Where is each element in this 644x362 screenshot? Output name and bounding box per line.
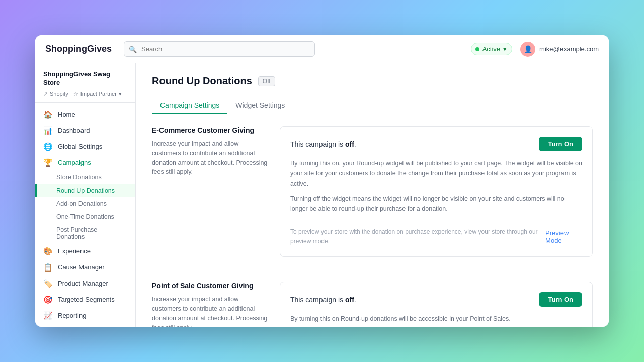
ecommerce-turn-on-button[interactable]: Turn On	[539, 137, 582, 151]
pos-status-bold: off	[345, 296, 354, 304]
ecommerce-section: E-Commerce Customer Giving Increase your…	[152, 126, 593, 257]
sidebar-item-round-up-donations[interactable]: Round Up Donations	[35, 184, 135, 197]
tab-widget-settings[interactable]: Widget Settings	[227, 97, 293, 114]
ecommerce-card-footer: To preview your store with the donation …	[290, 220, 582, 246]
ecommerce-card-header: This campaign is off. Turn On	[290, 137, 582, 151]
ecommerce-status-bold: off	[345, 140, 354, 148]
tabs: Campaign Settings Widget Settings	[152, 97, 593, 114]
sidebar-item-label: Targeted Segments	[58, 296, 115, 303]
sidebar-item-label: Product Manager	[58, 280, 108, 287]
store-partner[interactable]: ☆ Impact Partner ▾	[73, 90, 122, 97]
search-bar: 🔍	[124, 41, 315, 57]
preview-mode-link[interactable]: Preview Mode	[545, 229, 582, 244]
sidebar-item-dashboard[interactable]: 📊 Dashboard	[35, 123, 135, 139]
sidebar-item-label: Experience	[58, 247, 91, 255]
share-icon: ↗	[43, 90, 48, 97]
chevron-down-icon: ▾	[119, 90, 122, 97]
pos-status-text: This campaign is off.	[290, 296, 356, 304]
page-status-badge: Off	[258, 76, 275, 86]
sidebar-item-one-time-donations[interactable]: One-Time Donations	[35, 210, 135, 223]
sidebar-item-experience[interactable]: 🎨 Experience	[35, 243, 135, 259]
store-info: ShoppingGives Swag Store ↗ Shopify ☆ Imp…	[35, 63, 135, 103]
sidebar-item-global-settings[interactable]: 🌐 Global Settings	[35, 139, 135, 155]
pos-description: Increase your impact and allow customers…	[152, 295, 268, 327]
palette-icon: 🎨	[43, 247, 53, 256]
search-input[interactable]	[124, 41, 315, 57]
user-info: 👤 mike@example.com	[520, 42, 599, 57]
status-dot	[475, 47, 479, 51]
sidebar-item-reporting[interactable]: 📈 Reporting	[35, 308, 135, 324]
avatar: 👤	[520, 42, 535, 57]
ecommerce-footer-text: To preview your store with the donation …	[290, 227, 545, 246]
ecommerce-body2: Turning off the widget means the widget …	[290, 194, 582, 214]
star-icon: ☆	[73, 90, 78, 97]
main-layout: ShoppingGives Swag Store ↗ Shopify ☆ Imp…	[35, 63, 609, 327]
page-title: Round Up Donations	[152, 75, 252, 87]
ecommerce-desc: E-Commerce Customer Giving Increase your…	[152, 126, 268, 177]
status-label: Active	[482, 45, 500, 53]
ecommerce-description: Increase your impact and allow customers…	[152, 139, 268, 177]
status-badge[interactable]: Active ▾	[471, 43, 512, 55]
globe-icon: 🌐	[43, 142, 53, 151]
sidebar-item-label: Home	[58, 111, 75, 118]
sidebar-item-home[interactable]: 🏠 Home	[35, 107, 135, 123]
sidebar: ShoppingGives Swag Store ↗ Shopify ☆ Imp…	[35, 63, 136, 327]
pos-desc: Point of Sale Customer Giving Increase y…	[152, 282, 268, 327]
nav-section-main: 🏠 Home 📊 Dashboard 🌐 Global Settings 🏆 C…	[35, 103, 135, 327]
pos-heading: Point of Sale Customer Giving	[152, 282, 268, 290]
sidebar-item-post-purchase-donations[interactable]: Post Purchase Donations	[35, 223, 135, 243]
campaigns-submenu: Store Donations Round Up Donations Add-o…	[35, 171, 135, 243]
ecommerce-heading: E-Commerce Customer Giving	[152, 126, 268, 134]
pos-campaign-card: This campaign is off. Turn On By turning…	[280, 282, 593, 327]
content-area: Round Up Donations Off Campaign Settings…	[136, 63, 609, 327]
pos-body1: By turning this on Round-up donations wi…	[290, 314, 582, 324]
sidebar-item-product-manager[interactable]: 🏷️ Product Manager	[35, 276, 135, 292]
sidebar-item-label: Dashboard	[58, 127, 90, 134]
app-logo: ShoppingGives	[45, 44, 112, 54]
ecommerce-body1: By turning this on, your Round-up widget…	[290, 158, 582, 189]
search-icon: 🔍	[129, 45, 137, 53]
chevron-down-icon: ▾	[503, 45, 507, 53]
store-platform[interactable]: ↗ Shopify	[43, 90, 68, 97]
home-icon: 🏠	[43, 110, 53, 119]
pos-turn-on-button[interactable]: Turn On	[539, 292, 582, 307]
tab-campaign-settings[interactable]: Campaign Settings	[152, 97, 227, 114]
page-header: Round Up Donations Off	[152, 75, 593, 87]
ecommerce-status-text: This campaign is off.	[290, 140, 356, 148]
sidebar-item-cause-manager[interactable]: 📋 Cause Manager	[35, 259, 135, 276]
sidebar-item-campaigns[interactable]: 🏆 Campaigns	[35, 155, 135, 171]
ecommerce-campaign-card: This campaign is off. Turn On By turning…	[280, 126, 593, 257]
app-window: ShoppingGives 🔍 Active ▾ 👤 mike@example.…	[35, 35, 609, 327]
header: ShoppingGives 🔍 Active ▾ 👤 mike@example.…	[35, 35, 609, 63]
header-right: Active ▾ 👤 mike@example.com	[471, 42, 599, 57]
store-meta: ↗ Shopify ☆ Impact Partner ▾	[43, 90, 127, 97]
user-email: mike@example.com	[539, 45, 599, 53]
tag-icon: 🏷️	[43, 279, 53, 288]
sidebar-item-add-on-donations[interactable]: Add-on Donations	[35, 197, 135, 210]
chart-icon: 📊	[43, 126, 53, 135]
clipboard-icon: 📋	[43, 263, 53, 272]
pos-card-header: This campaign is off. Turn On	[290, 292, 582, 307]
pos-section: Point of Sale Customer Giving Increase y…	[152, 282, 593, 327]
target-icon: 🎯	[43, 295, 53, 304]
sidebar-item-store-donations[interactable]: Store Donations	[35, 171, 135, 184]
sidebar-item-label: Reporting	[58, 312, 86, 319]
sidebar-item-label: Campaigns	[58, 159, 91, 166]
trophy-icon: 🏆	[43, 158, 53, 167]
section-divider	[152, 269, 593, 269]
sidebar-item-targeted-segments[interactable]: 🎯 Targeted Segments	[35, 292, 135, 308]
sidebar-item-label: Global Settings	[58, 143, 102, 150]
store-name: ShoppingGives Swag Store	[43, 70, 127, 87]
sidebar-item-label: Cause Manager	[58, 263, 105, 271]
bar-chart-icon: 📈	[43, 311, 53, 320]
